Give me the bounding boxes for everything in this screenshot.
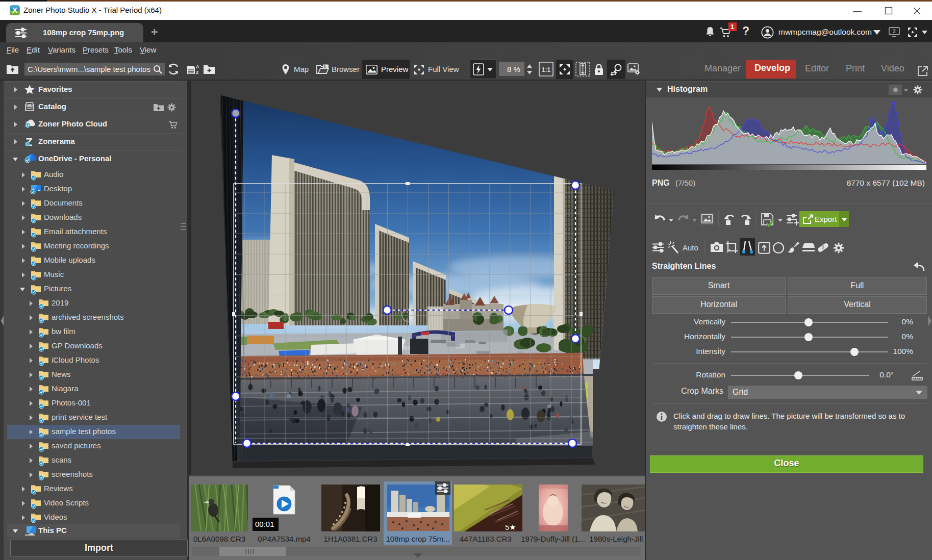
svg-text:X: X	[12, 6, 17, 14]
svg-text:2: 2	[893, 29, 896, 34]
svg-text:Z: Z	[196, 70, 199, 75]
svg-text:A: A	[196, 64, 199, 69]
svg-text:1:1: 1:1	[542, 66, 551, 73]
